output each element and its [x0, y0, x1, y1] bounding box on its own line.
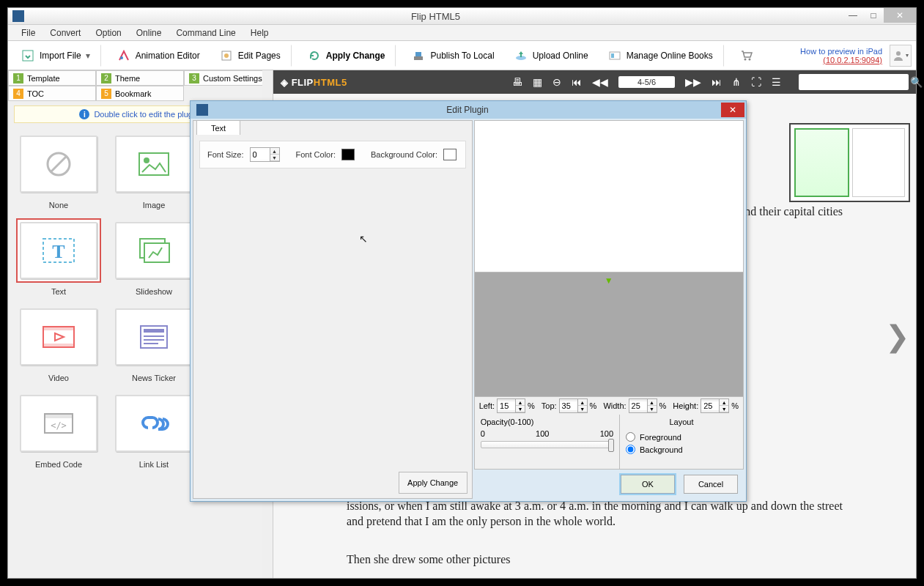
menu-icon[interactable]: ☰: [772, 76, 781, 88]
menubar: File Convert Option Online Command Line …: [8, 25, 916, 41]
plugin-embed-code[interactable]: </> Embed Code: [11, 391, 106, 469]
thumbs-icon[interactable]: ▦: [533, 76, 542, 88]
menu-convert[interactable]: Convert: [42, 26, 88, 40]
animation-editor-button[interactable]: Animation Editor: [108, 45, 208, 67]
menu-file[interactable]: File: [14, 26, 42, 40]
top-input[interactable]: [560, 401, 577, 410]
text-properties: Font Size: ▲▼ Font Color: Background Col…: [199, 141, 466, 168]
plugin-text[interactable]: T Text: [11, 218, 106, 296]
preview-link[interactable]: How to preview in iPad (10.0.2.15:9094): [800, 47, 882, 64]
menu-help[interactable]: Help: [243, 26, 276, 40]
titlebar: Flip HTML5 — □ ✕: [8, 8, 916, 25]
manage-books-icon: [607, 48, 622, 63]
print-icon[interactable]: 🖶: [512, 76, 522, 88]
image-icon: [138, 152, 170, 177]
dialog-close-button[interactable]: ✕: [721, 103, 744, 117]
preview-link-text[interactable]: How to preview in iPad: [800, 47, 882, 56]
preview-upper: [474, 120, 744, 272]
dialog-left-panel: Text Font Size: ▲▼ Font Color: Backgroun…: [193, 120, 473, 499]
width-label: Width:: [603, 401, 626, 410]
background-radio[interactable]: [626, 445, 635, 454]
tab-template[interactable]: 1Template: [8, 70, 96, 86]
plugin-slideshow[interactable]: Slideshow: [106, 218, 202, 296]
user-menu-button[interactable]: ▾: [890, 45, 912, 67]
plugin-news-ticker[interactable]: News Ticker: [106, 305, 202, 382]
minimize-button[interactable]: —: [843, 8, 863, 23]
width-spinner[interactable]: ▲▼: [629, 398, 657, 413]
height-input[interactable]: [701, 401, 719, 410]
prev-page-icon[interactable]: ◀◀: [592, 76, 608, 88]
fullscreen-icon[interactable]: ⛶: [751, 76, 761, 88]
maximize-button[interactable]: □: [863, 8, 884, 23]
thumbnail-active[interactable]: [794, 128, 849, 197]
preview-lower[interactable]: ▼: [474, 272, 744, 397]
svg-text:T: T: [52, 241, 64, 262]
tab-theme[interactable]: 2Theme: [96, 70, 184, 86]
font-size-spinner[interactable]: ▲▼: [250, 147, 280, 162]
text-icon: T: [40, 236, 77, 265]
cart-button[interactable]: [731, 45, 766, 67]
menu-option[interactable]: Option: [88, 26, 128, 40]
opacity-label: Opacity(0-100): [481, 418, 613, 426]
spin-up[interactable]: ▲: [270, 148, 279, 155]
tab-toc[interactable]: 4TOC: [8, 86, 96, 101]
thumbnail-panel[interactable]: [789, 123, 910, 202]
svg-rect-29: [45, 414, 73, 418]
ok-button[interactable]: OK: [621, 475, 675, 494]
slideshow-icon: [136, 236, 172, 265]
plugin-image[interactable]: Image: [106, 132, 202, 209]
svg-point-9: [744, 58, 746, 60]
manage-books-button[interactable]: Manage Online Books: [599, 45, 724, 67]
plugin-none[interactable]: None: [11, 132, 106, 209]
top-spinner[interactable]: ▲▼: [559, 398, 588, 413]
cancel-button[interactable]: Cancel: [684, 475, 738, 494]
plugin-link-list[interactable]: Link List: [106, 391, 202, 469]
info-icon: i: [79, 109, 89, 119]
upload-online-button[interactable]: Upload Online: [506, 45, 596, 67]
opacity-slider[interactable]: [481, 441, 613, 448]
font-color-swatch[interactable]: [341, 149, 355, 160]
flip-logo: ◈ FLIPHTML5: [281, 77, 347, 88]
menu-commandline[interactable]: Command Line: [169, 26, 243, 40]
font-size-input[interactable]: [251, 150, 270, 159]
spin-down[interactable]: ▼: [270, 155, 279, 161]
search-icon[interactable]: 🔍: [906, 76, 924, 88]
next-page-icon[interactable]: ▶▶: [685, 76, 701, 88]
thumbnail[interactable]: [852, 128, 906, 197]
page-indicator[interactable]: 4-5/6: [618, 76, 675, 88]
share-icon[interactable]: ⋔: [732, 76, 741, 88]
first-page-icon[interactable]: ⏮: [572, 76, 582, 88]
text-tab[interactable]: Text: [196, 120, 240, 135]
preview-link-ip[interactable]: (10.0.2.15:9094): [823, 56, 882, 64]
last-page-icon[interactable]: ⏭: [712, 76, 722, 88]
menu-online[interactable]: Online: [129, 26, 169, 40]
search-box[interactable]: 🔍: [799, 74, 909, 90]
cart-icon: [739, 48, 754, 63]
opacity-slider-thumb[interactable]: [608, 439, 614, 452]
close-button[interactable]: ✕: [884, 8, 916, 23]
publish-local-button[interactable]: Publish To Local: [403, 45, 502, 67]
opacity-box: Opacity(0-100) 0 100 100: [475, 415, 620, 469]
left-input[interactable]: [498, 401, 515, 410]
svg-rect-5: [415, 52, 421, 56]
tab-custom-settings[interactable]: 3Custom Settings: [184, 70, 272, 86]
apply-change-dialog-button[interactable]: Apply Change: [399, 472, 467, 494]
width-input[interactable]: [629, 401, 647, 410]
plugin-video[interactable]: Video: [11, 305, 106, 382]
foreground-radio[interactable]: [626, 432, 635, 442]
search-input[interactable]: [799, 78, 906, 86]
left-spinner[interactable]: ▲▼: [497, 398, 525, 413]
apply-change-button[interactable]: Apply Change: [299, 45, 396, 67]
next-arrow-icon[interactable]: ❯: [885, 319, 910, 353]
app-window: Flip HTML5 — □ ✕ File Convert Option Onl…: [7, 7, 917, 579]
height-spinner[interactable]: ▲▼: [701, 398, 729, 413]
zoom-out-icon[interactable]: ⊖: [552, 76, 561, 88]
bg-color-swatch[interactable]: [443, 149, 457, 160]
text-editor-area[interactable]: ↖: [193, 168, 472, 472]
svg-rect-21: [43, 327, 74, 330]
resize-handle-icon[interactable]: ▼: [605, 275, 613, 286]
user-icon: [892, 50, 904, 62]
tab-bookmark[interactable]: 5Bookmark: [96, 86, 184, 101]
import-file-button[interactable]: Import File ▾: [12, 45, 101, 67]
edit-pages-button[interactable]: Edit Pages: [211, 45, 292, 67]
